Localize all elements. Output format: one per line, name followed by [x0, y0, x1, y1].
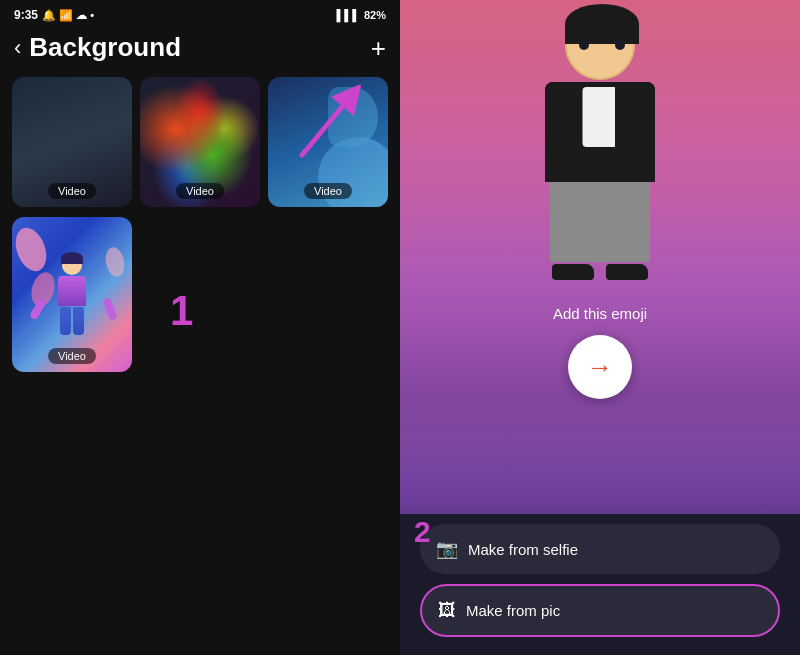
right-panel: Add this emoji → 📷 Make from selfie 🖼 Ma…: [400, 0, 800, 655]
bottom-thumb-row: Video: [0, 207, 400, 372]
add-emoji-button[interactable]: →: [568, 335, 632, 399]
thumbnail-2[interactable]: Video: [140, 77, 260, 207]
avatar-head: [62, 255, 82, 275]
emoji-jacket: [545, 82, 655, 182]
svg-line-1: [302, 95, 352, 155]
step-2-label: 2: [414, 515, 431, 549]
emoji-pant-right: [602, 182, 650, 262]
emoji-eyes: [579, 40, 625, 50]
thumb-1-label: Video: [48, 183, 96, 199]
emoji-shoes: [500, 264, 700, 280]
status-left: 9:35 🔔 📶 ☁ •: [14, 8, 94, 22]
bottom-thumbnail[interactable]: Video: [12, 217, 132, 372]
avatar-hair: [61, 252, 83, 264]
step-1-label: 1: [170, 287, 193, 335]
pic-icon: 🖼: [438, 600, 456, 621]
add-button[interactable]: +: [371, 35, 386, 61]
emoji-eye-right: [615, 40, 625, 50]
emoji-jacket-left: [545, 82, 585, 182]
status-right: ▌▌▌ 82%: [337, 9, 386, 21]
blob-3: [104, 246, 127, 279]
purple-arrow-icon: [292, 85, 372, 165]
selfie-btn-label: Make from selfie: [468, 541, 578, 558]
thumb-2-label: Video: [176, 183, 224, 199]
notification-icons: 🔔 📶 ☁ •: [42, 9, 94, 22]
emoji-shoe-right: [606, 264, 648, 280]
add-emoji-text: Add this emoji: [553, 305, 647, 322]
emoji-pant-left: [550, 182, 598, 262]
arrow-annotation: [292, 85, 372, 169]
bottom-thumb-label: Video: [48, 348, 96, 364]
emoji-avatar: [500, 10, 700, 310]
thumb-3-label: Video: [304, 183, 352, 199]
emoji-hair: [565, 4, 639, 44]
avatar-body-wrap: [42, 276, 102, 306]
avatar-leg-left: [60, 307, 71, 335]
emoji-head: [565, 10, 635, 80]
time: 9:35: [14, 8, 38, 22]
avatar-figure: [42, 255, 102, 350]
header-left: ‹ Background: [14, 32, 181, 63]
emoji-face: [579, 40, 625, 58]
bottom-buttons-area: 📷 Make from selfie 🖼 Make from pic: [400, 514, 800, 655]
emoji-shoe-left: [552, 264, 594, 280]
pic-btn-label: Make from pic: [466, 602, 560, 619]
header: ‹ Background +: [0, 26, 400, 73]
avatar-legs: [42, 307, 102, 335]
thumbnail-1[interactable]: Video: [12, 77, 132, 207]
back-button[interactable]: ‹: [14, 35, 21, 61]
selfie-icon: 📷: [436, 538, 458, 560]
signal-icon: ▌▌▌: [337, 9, 360, 21]
emoji-eye-left: [579, 40, 589, 50]
emoji-pants: [550, 182, 650, 262]
battery-text: 82%: [364, 9, 386, 21]
make-from-pic-button[interactable]: 🖼 Make from pic: [420, 584, 780, 637]
arrow-right-icon: →: [587, 352, 613, 383]
emoji-jacket-right: [615, 82, 655, 182]
emoji-shirt: [583, 87, 618, 147]
page-title: Background: [29, 32, 181, 63]
left-panel: 9:35 🔔 📶 ☁ • ▌▌▌ 82% ‹ Background + Vi: [0, 0, 400, 655]
avatar-leg-right: [73, 307, 84, 335]
status-bar: 9:35 🔔 📶 ☁ • ▌▌▌ 82%: [0, 0, 400, 26]
avatar-body: [58, 276, 86, 306]
make-from-selfie-button[interactable]: 📷 Make from selfie: [420, 524, 780, 574]
